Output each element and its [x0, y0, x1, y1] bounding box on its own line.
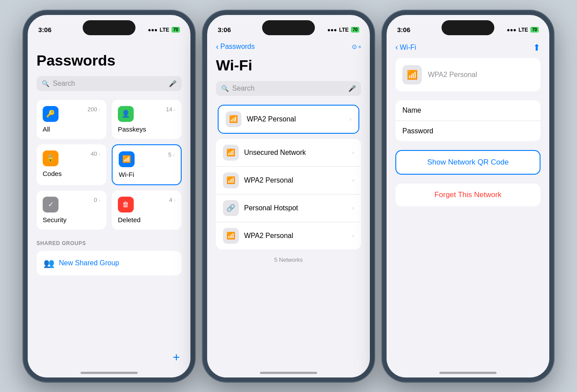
detail-password-row[interactable]: Password: [395, 121, 540, 141]
category-grid: 200 › 🔑 All 14 › 👤 Passkeys 40 › 🔒 Codes…: [37, 100, 182, 230]
nav-bar: ‹ Wi-Fi ⬆: [395, 39, 540, 58]
add-button[interactable]: +: [173, 350, 180, 364]
shared-groups-label: SHARED GROUPS: [37, 240, 182, 246]
status-time: 3:06: [397, 26, 410, 33]
status-time: 3:06: [218, 26, 231, 33]
home-indicator: [260, 372, 317, 374]
network-type: LTE: [160, 27, 169, 33]
share-icon[interactable]: ⬆: [533, 42, 540, 53]
selected-network-wrapper: 📶 WPA2 Personal ›: [218, 105, 359, 134]
status-icons: ●●● LTE 70: [507, 27, 539, 33]
deleted-count: 4 ›: [169, 197, 175, 203]
chevron-icon: ›: [352, 149, 354, 156]
dynamic-island: [442, 20, 494, 35]
new-shared-group-label: New Shared Group: [59, 259, 119, 267]
filter-icon[interactable]: ⊙≡: [352, 43, 361, 50]
networks-count: 5 Networks: [216, 256, 361, 263]
passwords-screen: Passwords 🔍 Search 🎤 200 › 🔑 All 14 › 👤 …: [28, 39, 190, 377]
network-type: LTE: [519, 27, 528, 33]
page-title: Wi-Fi: [216, 57, 361, 74]
search-bar[interactable]: 🔍 Search 🎤: [216, 81, 361, 96]
all-label: All: [43, 125, 100, 133]
page-title: Passwords: [37, 48, 182, 69]
network-header: 📶 WPA2 Personal: [395, 58, 540, 92]
signal-icon: ●●●: [327, 27, 337, 33]
search-placeholder: Search: [53, 80, 165, 88]
nav-bar: ‹ Passwords ⊙≡: [216, 39, 361, 57]
detail-section: Name Password: [395, 100, 540, 141]
wifi-icon: 📶: [119, 151, 135, 167]
dynamic-island: [83, 20, 135, 35]
wifi-network-item[interactable]: 📶 WPA2 Personal ›: [216, 222, 361, 249]
wifi-count: 5 ›: [168, 151, 175, 158]
category-codes[interactable]: 40 › 🔒 Codes: [37, 144, 106, 185]
back-button[interactable]: ‹ Wi-Fi: [395, 43, 416, 52]
category-deleted[interactable]: 4 › 🗑 Deleted: [112, 191, 182, 230]
network-type: LTE: [339, 27, 349, 33]
signal-icon: ●●●: [148, 27, 157, 33]
passkeys-count: 14 ›: [166, 106, 175, 113]
forget-button[interactable]: Forget This Network: [402, 191, 533, 199]
security-icon: ✓: [43, 197, 58, 212]
security-label: Security: [43, 216, 100, 223]
shared-group-icon: 👥: [44, 258, 55, 268]
status-icons: ●●● LTE 70: [148, 27, 180, 33]
passkeys-label: Passkeys: [118, 125, 175, 133]
wifi-network-name: WPA2 Personal: [244, 232, 347, 240]
search-placeholder: Search: [232, 84, 345, 92]
wifi-signal-icon: 📶: [226, 111, 241, 127]
search-icon: 🔍: [221, 85, 229, 92]
network-header-name: WPA2 Personal: [428, 71, 477, 79]
phone-wifi-detail: 3:06 ●●● LTE 70 ‹ Wi-Fi ⬆ 📶 WPA2 Persona…: [382, 11, 554, 382]
new-shared-group[interactable]: 👥 New Shared Group: [37, 251, 182, 275]
wifi-signal-icon: 📶: [223, 228, 239, 244]
wifi-network-name: Personal Hotspot: [244, 204, 347, 212]
battery-badge: 70: [530, 27, 539, 33]
status-icons: ●●● LTE 70: [327, 27, 359, 33]
mic-icon: 🎤: [348, 85, 356, 92]
dynamic-island: [262, 20, 315, 35]
qr-code-button[interactable]: Show Network QR Code: [395, 150, 540, 175]
wifi-list-screen: ‹ Passwords ⊙≡ Wi-Fi 🔍 Search 🎤 📶 WPA2 P…: [207, 39, 370, 377]
wifi-signal-icon: 📶: [223, 145, 239, 161]
qr-button-label: Show Network QR Code: [403, 158, 533, 167]
wifi-network-name: WPA2 Personal: [244, 176, 347, 184]
category-security[interactable]: 0 › ✓ Security: [37, 191, 106, 230]
search-icon: 🔍: [42, 80, 49, 87]
wifi-network-item[interactable]: 📶 Unsecured Network ›: [216, 139, 361, 167]
codes-icon: 🔒: [43, 150, 58, 166]
chevron-icon: ›: [352, 177, 354, 183]
back-button[interactable]: ‹ Passwords: [216, 42, 255, 51]
signal-icon: ●●●: [507, 27, 516, 33]
status-time: 3:06: [38, 26, 51, 33]
wifi-network-item-selected[interactable]: 📶 WPA2 Personal ›: [219, 106, 358, 133]
home-indicator: [80, 372, 138, 374]
detail-name-row[interactable]: Name: [395, 100, 540, 121]
chevron-icon: ›: [350, 116, 351, 122]
wifi-network-item[interactable]: 📶 WPA2 Personal ›: [216, 167, 361, 194]
wifi-network-item[interactable]: 🔗 Personal Hotspot ›: [216, 194, 361, 222]
category-passkeys[interactable]: 14 › 👤 Passkeys: [112, 100, 182, 139]
wifi-signal-icon: 📶: [223, 172, 239, 188]
phone-passwords: 3:06 ●●● LTE 70 Passwords 🔍 Search 🎤 200…: [23, 11, 195, 382]
wifi-network-name: Unsecured Network: [244, 149, 347, 157]
detail-name-label: Name: [402, 106, 421, 114]
all-count: 200 ›: [88, 106, 100, 113]
wifi-networks-list: 📶 Unsecured Network › 📶 WPA2 Personal › …: [216, 139, 361, 249]
phone-wifi-list: 3:06 ●●● LTE 70 ‹ Passwords ⊙≡ Wi-Fi 🔍 S…: [203, 11, 374, 382]
back-label: Passwords: [220, 43, 255, 51]
search-bar[interactable]: 🔍 Search 🎤: [37, 76, 182, 91]
detail-password-label: Password: [402, 127, 433, 135]
deleted-icon: 🗑: [118, 197, 134, 212]
chevron-icon: ›: [352, 205, 354, 211]
mic-icon: 🎤: [169, 80, 176, 87]
back-label: Wi-Fi: [400, 44, 416, 51]
category-all[interactable]: 200 › 🔑 All: [37, 100, 106, 139]
deleted-label: Deleted: [118, 216, 175, 223]
category-wifi[interactable]: 5 › 📶 Wi-Fi: [112, 144, 182, 185]
back-chevron-icon: ‹: [395, 43, 398, 52]
wifi-network-name: WPA2 Personal: [247, 115, 344, 123]
codes-count: 40 ›: [91, 150, 100, 157]
wifi-detail-screen: ‹ Wi-Fi ⬆ 📶 WPA2 Personal Name Password …: [387, 39, 549, 377]
home-indicator: [439, 372, 497, 374]
